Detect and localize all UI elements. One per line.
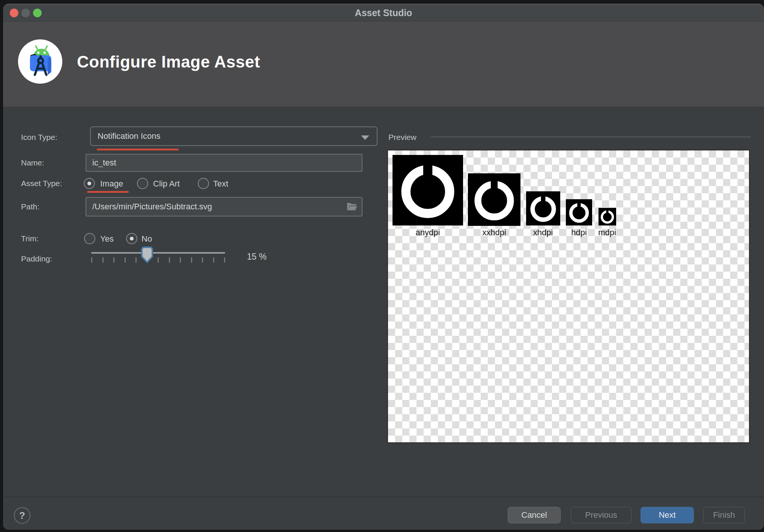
path-input[interactable]: /Users/min/Pictures/Subtract.svg bbox=[86, 197, 362, 216]
folder-browse-icon[interactable] bbox=[346, 201, 358, 212]
radio-trim-no-label[interactable]: No bbox=[141, 234, 152, 244]
preview-canvas: anydpi xxhdpi xhdpi hdpi mdpi bbox=[387, 150, 750, 443]
padding-label: Padding: bbox=[21, 254, 52, 263]
density-label-xxhdpi: xxhdpi bbox=[482, 228, 506, 237]
radio-trim-yes-label[interactable]: Yes bbox=[100, 234, 114, 244]
icon-type-dropdown[interactable]: Notification Icons bbox=[90, 126, 377, 146]
name-input[interactable]: ic_test bbox=[86, 154, 362, 172]
padding-slider-track[interactable] bbox=[91, 252, 225, 254]
path-label: Path: bbox=[21, 202, 39, 211]
icon-type-red-underline bbox=[97, 149, 179, 150]
finish-button[interactable]: Finish bbox=[703, 507, 745, 523]
density-label-hdpi: hdpi bbox=[571, 228, 587, 237]
radio-trim-no[interactable] bbox=[126, 233, 137, 244]
radio-image[interactable] bbox=[84, 178, 95, 189]
titlebar: Asset Studio bbox=[3, 4, 764, 21]
asset-type-red-underline bbox=[87, 191, 129, 193]
density-label-xhdpi: xhdpi bbox=[533, 228, 553, 237]
help-button[interactable]: ? bbox=[14, 507, 30, 524]
name-value: ic_test bbox=[92, 158, 116, 168]
preview-divider bbox=[431, 137, 750, 137]
path-value: /Users/min/Pictures/Subtract.svg bbox=[92, 202, 212, 212]
radio-text-label[interactable]: Text bbox=[213, 179, 228, 189]
name-label: Name: bbox=[21, 158, 44, 167]
preview-icon-hdpi bbox=[566, 199, 592, 225]
page-title: Configure Image Asset bbox=[77, 53, 260, 71]
asset-type-label: Asset Type: bbox=[21, 179, 62, 188]
previous-button[interactable]: Previous bbox=[571, 507, 632, 523]
radio-image-label[interactable]: Image bbox=[100, 179, 123, 189]
radio-clip-art[interactable] bbox=[137, 178, 148, 189]
icon-type-value: Notification Icons bbox=[98, 131, 161, 141]
preview-icon-xhdpi bbox=[526, 191, 560, 225]
cancel-button[interactable]: Cancel bbox=[508, 507, 561, 523]
icon-type-label: Icon Type: bbox=[21, 133, 57, 142]
trim-label: Trim: bbox=[21, 234, 39, 243]
preview-icon-anydpi bbox=[393, 155, 463, 225]
preview-icon-xxhdpi bbox=[468, 173, 520, 226]
preview-icon-mdpi bbox=[599, 208, 616, 225]
chevron-down-icon bbox=[361, 135, 369, 140]
density-label-anydpi: anydpi bbox=[416, 228, 440, 237]
dialog-header: Configure Image Asset bbox=[3, 21, 764, 107]
padding-slider-thumb[interactable] bbox=[140, 246, 155, 263]
asset-studio-logo-icon bbox=[18, 39, 62, 84]
density-label-mdpi: mdpi bbox=[598, 228, 616, 237]
next-button[interactable]: Next bbox=[641, 507, 694, 523]
padding-value: 15 % bbox=[247, 252, 266, 262]
radio-clip-art-label[interactable]: Clip Art bbox=[153, 179, 180, 189]
radio-trim-yes[interactable] bbox=[84, 233, 95, 244]
radio-text[interactable] bbox=[198, 178, 209, 189]
padding-slider-ticks bbox=[91, 257, 225, 263]
window-title: Asset Studio bbox=[3, 4, 764, 22]
asset-studio-dialog: Asset Studio bbox=[3, 4, 764, 530]
dialog-footer: ? Cancel Previous Next Finish bbox=[3, 497, 764, 530]
preview-section-label: Preview bbox=[388, 133, 417, 142]
